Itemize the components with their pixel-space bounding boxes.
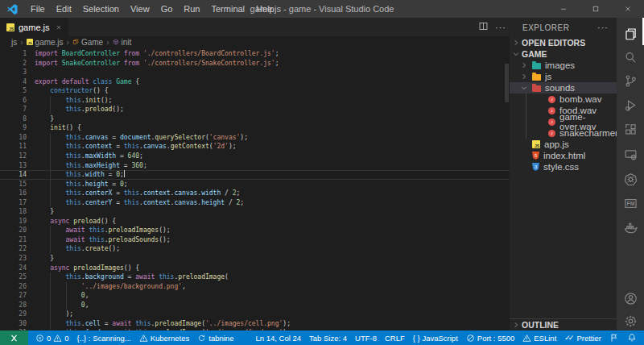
breadcrumb-item-init[interactable]: init bbox=[113, 38, 132, 47]
code-line[interactable]: 22 this.create(); bbox=[0, 244, 510, 254]
code-line[interactable]: 1import BoardController from './controll… bbox=[0, 49, 510, 59]
tab-game-js[interactable]: JS game.js bbox=[0, 18, 68, 36]
code-line[interactable]: 6 this.init(); bbox=[0, 96, 510, 106]
activity-remote-explorer[interactable] bbox=[617, 143, 644, 165]
status-indentation[interactable]: Tab Size: 4 bbox=[305, 334, 351, 343]
code-text: '../images/background.png', bbox=[35, 282, 186, 292]
code-line[interactable]: 21 await this.preloadSounds(); bbox=[0, 235, 510, 245]
error-circle-icon bbox=[35, 334, 44, 343]
status-eslint[interactable]: ESLint bbox=[518, 334, 560, 343]
status-eol[interactable]: CRLF bbox=[381, 334, 409, 343]
menu-go[interactable]: Go bbox=[155, 0, 179, 18]
more-actions-icon[interactable]: ··· bbox=[495, 23, 506, 31]
close-window-button[interactable] bbox=[612, 0, 644, 18]
activity-run-debug[interactable] bbox=[617, 94, 644, 116]
line-number: 30 bbox=[0, 319, 27, 329]
code-line[interactable]: 11 this.context = this.canvas.getContext… bbox=[0, 142, 510, 152]
editor-scrollbar[interactable] bbox=[505, 64, 509, 102]
line-number: 13 bbox=[0, 161, 27, 171]
menu-run[interactable]: Run bbox=[178, 0, 205, 18]
activity-manage[interactable] bbox=[617, 310, 644, 332]
code-line[interactable]: 3 bbox=[0, 68, 510, 77]
menu-file[interactable]: File bbox=[25, 0, 51, 18]
code-line[interactable]: 12 this.maxWidth = 640; bbox=[0, 152, 510, 161]
status-tabnine[interactable]: tabnine bbox=[193, 334, 237, 343]
code-line[interactable]: 20 await this.preloadImages(); bbox=[0, 226, 510, 235]
breadcrumb-item-game[interactable]: Game bbox=[72, 38, 103, 47]
root-folder-section[interactable]: GAME bbox=[510, 48, 617, 60]
activity-docker[interactable] bbox=[617, 216, 644, 239]
code-line[interactable]: 19 async preload() { bbox=[0, 217, 510, 227]
outline-section[interactable]: OUTLINE bbox=[510, 318, 617, 330]
code-line[interactable]: 30 this.cell = await this.preloadImage('… bbox=[0, 319, 510, 329]
code-line[interactable]: 28 0, bbox=[0, 301, 510, 310]
code-line[interactable]: 4export default class Game { bbox=[0, 77, 510, 87]
status-prettier[interactable]: ✓✓Prettier bbox=[560, 334, 605, 343]
status-notifications[interactable] bbox=[623, 333, 641, 343]
breadcrumb-item-js[interactable]: js bbox=[11, 38, 17, 47]
open-editors-section[interactable]: OPEN EDITORS bbox=[510, 37, 617, 48]
code-line[interactable]: 25 this.background = await this.preloadI… bbox=[0, 272, 510, 282]
activity-kubernetes[interactable] bbox=[617, 168, 644, 190]
code-line[interactable]: 24 async preloadImages() { bbox=[0, 264, 510, 273]
tree-item-style-css[interactable]: 3style.css bbox=[510, 161, 617, 172]
menu-help[interactable]: Help bbox=[250, 0, 280, 18]
tree-item-bomb-wav[interactable]: ♪bomb.wav bbox=[510, 94, 617, 105]
status-feedback[interactable] bbox=[605, 333, 623, 343]
status-problems[interactable]: 00 bbox=[31, 334, 73, 343]
status-live-server-port[interactable]: Port : 5500 bbox=[462, 334, 518, 343]
menu-selection[interactable]: Selection bbox=[77, 0, 125, 18]
status-encoding[interactable]: UTF-8 bbox=[351, 334, 381, 343]
explorer-more-actions-icon[interactable]: ··· bbox=[597, 23, 609, 31]
breadcrumb-label: init bbox=[122, 38, 132, 47]
code-line[interactable]: 13 this.maxHeight = 360; bbox=[0, 161, 510, 171]
code-line[interactable]: 23 } bbox=[0, 254, 510, 264]
activity-search[interactable] bbox=[617, 46, 644, 69]
remote-indicator[interactable] bbox=[0, 330, 28, 345]
activity-source-control[interactable] bbox=[617, 69, 644, 92]
status-kubernetes-status[interactable]: Kubernetes bbox=[135, 334, 194, 343]
code-line[interactable]: 29 ); bbox=[0, 310, 510, 319]
code-editor[interactable]: 1import BoardController from './controll… bbox=[0, 48, 510, 330]
tree-item-snakecharmer-wav[interactable]: ♪snakecharmer.wav bbox=[510, 127, 617, 139]
status-language-mode[interactable]: { } JavaScript bbox=[409, 334, 462, 343]
status-label: UTF-8 bbox=[355, 334, 377, 343]
tree-item-app-js[interactable]: JSapp.js bbox=[510, 139, 617, 150]
code-line[interactable]: 2import SnakeController from './controll… bbox=[0, 59, 510, 69]
code-line[interactable]: 14 this.width = 0; bbox=[0, 170, 510, 180]
activity-explorer[interactable] bbox=[617, 23, 644, 45]
maximize-button[interactable] bbox=[580, 0, 612, 18]
warning-triangle-icon bbox=[53, 334, 62, 343]
chevron-right-icon bbox=[520, 73, 528, 81]
code-line[interactable]: 15 this.height = 0; bbox=[0, 180, 510, 189]
menu-view[interactable]: View bbox=[125, 0, 155, 18]
breadcrumb-item-game-js[interactable]: JSgame.js bbox=[27, 38, 64, 47]
svg-text:FM: FM bbox=[626, 201, 634, 206]
code-line[interactable]: 9 init() { bbox=[0, 123, 510, 133]
activity-extensions[interactable] bbox=[617, 118, 644, 140]
code-line[interactable]: 5 constructor() { bbox=[0, 86, 510, 96]
code-line[interactable]: 16 this.centerX = this.context.canvas.wi… bbox=[0, 189, 510, 198]
activity-account[interactable] bbox=[617, 287, 644, 310]
minimize-button[interactable] bbox=[547, 0, 580, 18]
code-line[interactable]: 18 } bbox=[0, 207, 510, 217]
menu-terminal[interactable]: Terminal bbox=[206, 0, 251, 18]
status-scanning[interactable]: {..} : Scanning... bbox=[73, 334, 135, 343]
close-tab-icon[interactable] bbox=[56, 24, 62, 31]
tree-item-label: js bbox=[545, 72, 551, 81]
code-line[interactable]: 7 this.preload(); bbox=[0, 105, 510, 114]
tree-item-game-over-wav[interactable]: ♪game-over.wav bbox=[510, 116, 617, 127]
code-line[interactable]: 10 this.canvas = document.querySelector(… bbox=[0, 133, 510, 143]
code-line[interactable]: 27 0, bbox=[0, 291, 510, 301]
status-cursor-position[interactable]: Ln 14, Col 24 bbox=[252, 334, 306, 343]
code-line[interactable]: 8 } bbox=[0, 114, 510, 124]
tree-item-images[interactable]: images bbox=[510, 60, 617, 71]
tree-item-index-html[interactable]: 5index.html bbox=[510, 150, 617, 161]
tree-item-js[interactable]: js bbox=[510, 71, 617, 82]
split-editor-icon[interactable] bbox=[478, 20, 489, 35]
tree-item-sounds[interactable]: sounds bbox=[510, 82, 617, 94]
code-line[interactable]: 17 this.centerY = this.context.canvas.he… bbox=[0, 198, 510, 208]
code-line[interactable]: 26 '../images/background.png', bbox=[0, 282, 510, 292]
activity-fm-extension[interactable]: FM bbox=[617, 192, 644, 214]
menu-edit[interactable]: Edit bbox=[51, 0, 77, 18]
